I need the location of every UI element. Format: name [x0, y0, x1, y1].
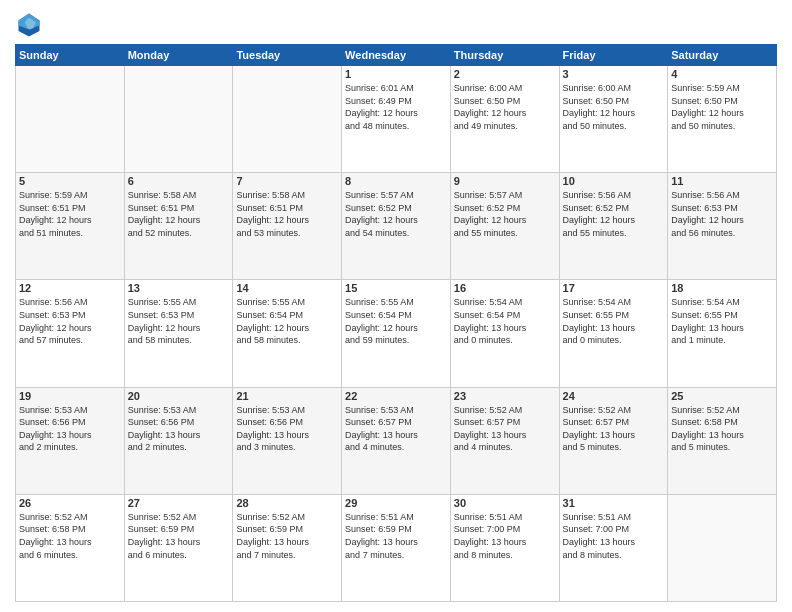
- day-number: 12: [19, 282, 121, 294]
- day-info: Sunrise: 5:57 AM Sunset: 6:52 PM Dayligh…: [345, 189, 447, 239]
- calendar-cell: 26Sunrise: 5:52 AM Sunset: 6:58 PM Dayli…: [16, 494, 125, 601]
- day-header-tuesday: Tuesday: [233, 45, 342, 66]
- day-header-friday: Friday: [559, 45, 668, 66]
- calendar-cell: 25Sunrise: 5:52 AM Sunset: 6:58 PM Dayli…: [668, 387, 777, 494]
- day-number: 10: [563, 175, 665, 187]
- day-number: 29: [345, 497, 447, 509]
- logo-icon: [15, 10, 43, 38]
- day-number: 18: [671, 282, 773, 294]
- day-number: 6: [128, 175, 230, 187]
- day-number: 17: [563, 282, 665, 294]
- day-number: 15: [345, 282, 447, 294]
- calendar-cell: 14Sunrise: 5:55 AM Sunset: 6:54 PM Dayli…: [233, 280, 342, 387]
- day-header-monday: Monday: [124, 45, 233, 66]
- day-info: Sunrise: 5:58 AM Sunset: 6:51 PM Dayligh…: [128, 189, 230, 239]
- day-info: Sunrise: 5:54 AM Sunset: 6:55 PM Dayligh…: [563, 296, 665, 346]
- calendar-cell: 7Sunrise: 5:58 AM Sunset: 6:51 PM Daylig…: [233, 173, 342, 280]
- calendar-table: SundayMondayTuesdayWednesdayThursdayFrid…: [15, 44, 777, 602]
- day-number: 1: [345, 68, 447, 80]
- day-header-saturday: Saturday: [668, 45, 777, 66]
- calendar-cell: 31Sunrise: 5:51 AM Sunset: 7:00 PM Dayli…: [559, 494, 668, 601]
- day-number: 13: [128, 282, 230, 294]
- day-info: Sunrise: 6:01 AM Sunset: 6:49 PM Dayligh…: [345, 82, 447, 132]
- calendar-cell: 29Sunrise: 5:51 AM Sunset: 6:59 PM Dayli…: [342, 494, 451, 601]
- calendar-cell: 13Sunrise: 5:55 AM Sunset: 6:53 PM Dayli…: [124, 280, 233, 387]
- day-info: Sunrise: 5:56 AM Sunset: 6:52 PM Dayligh…: [563, 189, 665, 239]
- day-info: Sunrise: 5:52 AM Sunset: 6:58 PM Dayligh…: [19, 511, 121, 561]
- calendar-cell: 12Sunrise: 5:56 AM Sunset: 6:53 PM Dayli…: [16, 280, 125, 387]
- day-number: 20: [128, 390, 230, 402]
- calendar-cell: 17Sunrise: 5:54 AM Sunset: 6:55 PM Dayli…: [559, 280, 668, 387]
- calendar-week-row: 12Sunrise: 5:56 AM Sunset: 6:53 PM Dayli…: [16, 280, 777, 387]
- calendar-cell: 16Sunrise: 5:54 AM Sunset: 6:54 PM Dayli…: [450, 280, 559, 387]
- day-number: 21: [236, 390, 338, 402]
- calendar-cell: 2Sunrise: 6:00 AM Sunset: 6:50 PM Daylig…: [450, 66, 559, 173]
- day-number: 28: [236, 497, 338, 509]
- calendar-cell: [124, 66, 233, 173]
- calendar-cell: 6Sunrise: 5:58 AM Sunset: 6:51 PM Daylig…: [124, 173, 233, 280]
- day-number: 14: [236, 282, 338, 294]
- day-info: Sunrise: 5:59 AM Sunset: 6:51 PM Dayligh…: [19, 189, 121, 239]
- day-header-wednesday: Wednesday: [342, 45, 451, 66]
- day-number: 3: [563, 68, 665, 80]
- day-number: 31: [563, 497, 665, 509]
- calendar-header-row: SundayMondayTuesdayWednesdayThursdayFrid…: [16, 45, 777, 66]
- day-info: Sunrise: 5:53 AM Sunset: 6:57 PM Dayligh…: [345, 404, 447, 454]
- calendar-cell: [668, 494, 777, 601]
- day-number: 22: [345, 390, 447, 402]
- calendar-cell: 22Sunrise: 5:53 AM Sunset: 6:57 PM Dayli…: [342, 387, 451, 494]
- calendar-cell: 27Sunrise: 5:52 AM Sunset: 6:59 PM Dayli…: [124, 494, 233, 601]
- calendar-cell: 11Sunrise: 5:56 AM Sunset: 6:53 PM Dayli…: [668, 173, 777, 280]
- day-number: 7: [236, 175, 338, 187]
- day-info: Sunrise: 5:52 AM Sunset: 6:59 PM Dayligh…: [128, 511, 230, 561]
- day-number: 16: [454, 282, 556, 294]
- day-number: 9: [454, 175, 556, 187]
- day-number: 11: [671, 175, 773, 187]
- day-number: 26: [19, 497, 121, 509]
- day-info: Sunrise: 5:51 AM Sunset: 7:00 PM Dayligh…: [563, 511, 665, 561]
- day-number: 8: [345, 175, 447, 187]
- day-info: Sunrise: 5:57 AM Sunset: 6:52 PM Dayligh…: [454, 189, 556, 239]
- day-info: Sunrise: 6:00 AM Sunset: 6:50 PM Dayligh…: [454, 82, 556, 132]
- day-number: 27: [128, 497, 230, 509]
- day-number: 25: [671, 390, 773, 402]
- day-info: Sunrise: 5:52 AM Sunset: 6:57 PM Dayligh…: [454, 404, 556, 454]
- day-info: Sunrise: 5:53 AM Sunset: 6:56 PM Dayligh…: [19, 404, 121, 454]
- day-number: 19: [19, 390, 121, 402]
- day-info: Sunrise: 5:51 AM Sunset: 6:59 PM Dayligh…: [345, 511, 447, 561]
- day-number: 2: [454, 68, 556, 80]
- calendar-cell: 30Sunrise: 5:51 AM Sunset: 7:00 PM Dayli…: [450, 494, 559, 601]
- calendar-cell: 10Sunrise: 5:56 AM Sunset: 6:52 PM Dayli…: [559, 173, 668, 280]
- day-info: Sunrise: 5:51 AM Sunset: 7:00 PM Dayligh…: [454, 511, 556, 561]
- day-info: Sunrise: 5:55 AM Sunset: 6:53 PM Dayligh…: [128, 296, 230, 346]
- day-info: Sunrise: 5:52 AM Sunset: 6:57 PM Dayligh…: [563, 404, 665, 454]
- calendar-cell: 23Sunrise: 5:52 AM Sunset: 6:57 PM Dayli…: [450, 387, 559, 494]
- calendar-week-row: 1Sunrise: 6:01 AM Sunset: 6:49 PM Daylig…: [16, 66, 777, 173]
- calendar-cell: 1Sunrise: 6:01 AM Sunset: 6:49 PM Daylig…: [342, 66, 451, 173]
- calendar-cell: 9Sunrise: 5:57 AM Sunset: 6:52 PM Daylig…: [450, 173, 559, 280]
- calendar-cell: 3Sunrise: 6:00 AM Sunset: 6:50 PM Daylig…: [559, 66, 668, 173]
- day-info: Sunrise: 5:54 AM Sunset: 6:54 PM Dayligh…: [454, 296, 556, 346]
- header: [15, 10, 777, 38]
- day-number: 23: [454, 390, 556, 402]
- day-info: Sunrise: 5:52 AM Sunset: 6:58 PM Dayligh…: [671, 404, 773, 454]
- day-info: Sunrise: 6:00 AM Sunset: 6:50 PM Dayligh…: [563, 82, 665, 132]
- calendar-week-row: 5Sunrise: 5:59 AM Sunset: 6:51 PM Daylig…: [16, 173, 777, 280]
- calendar-cell: 28Sunrise: 5:52 AM Sunset: 6:59 PM Dayli…: [233, 494, 342, 601]
- day-info: Sunrise: 5:53 AM Sunset: 6:56 PM Dayligh…: [236, 404, 338, 454]
- calendar-cell: 8Sunrise: 5:57 AM Sunset: 6:52 PM Daylig…: [342, 173, 451, 280]
- day-info: Sunrise: 5:55 AM Sunset: 6:54 PM Dayligh…: [236, 296, 338, 346]
- day-info: Sunrise: 5:58 AM Sunset: 6:51 PM Dayligh…: [236, 189, 338, 239]
- day-info: Sunrise: 5:59 AM Sunset: 6:50 PM Dayligh…: [671, 82, 773, 132]
- day-number: 5: [19, 175, 121, 187]
- calendar-cell: 20Sunrise: 5:53 AM Sunset: 6:56 PM Dayli…: [124, 387, 233, 494]
- day-header-sunday: Sunday: [16, 45, 125, 66]
- calendar-cell: 21Sunrise: 5:53 AM Sunset: 6:56 PM Dayli…: [233, 387, 342, 494]
- day-info: Sunrise: 5:56 AM Sunset: 6:53 PM Dayligh…: [19, 296, 121, 346]
- calendar-cell: 15Sunrise: 5:55 AM Sunset: 6:54 PM Dayli…: [342, 280, 451, 387]
- logo: [15, 10, 47, 38]
- day-number: 4: [671, 68, 773, 80]
- day-header-thursday: Thursday: [450, 45, 559, 66]
- page: SundayMondayTuesdayWednesdayThursdayFrid…: [0, 0, 792, 612]
- calendar-cell: 24Sunrise: 5:52 AM Sunset: 6:57 PM Dayli…: [559, 387, 668, 494]
